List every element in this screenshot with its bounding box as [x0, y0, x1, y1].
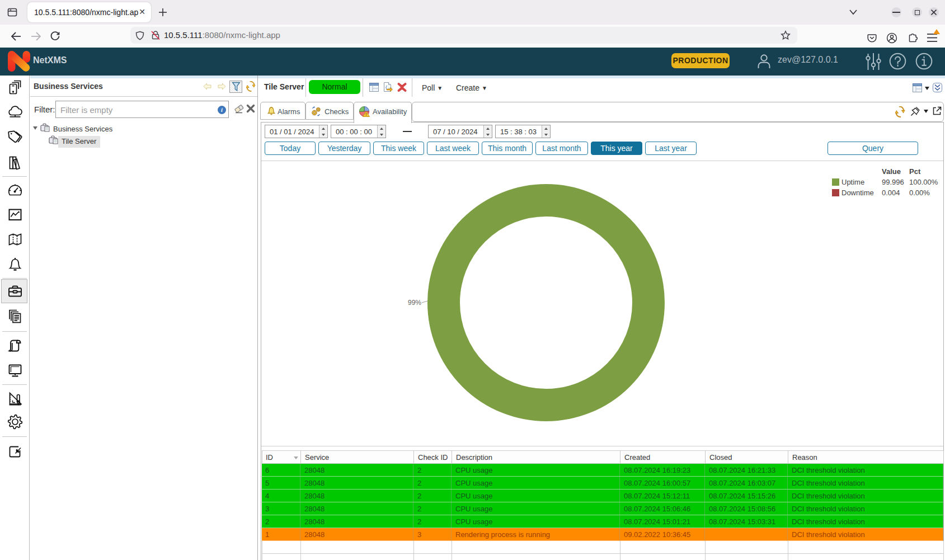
svg-text:i: i [221, 107, 223, 113]
svg-text:!: ! [365, 112, 366, 116]
svg-text:99%: 99% [408, 299, 421, 307]
